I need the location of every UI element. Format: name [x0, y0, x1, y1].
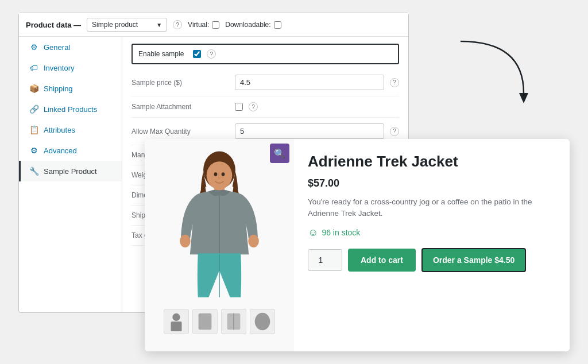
- thumbnail-3[interactable]: [221, 309, 246, 334]
- order-sample-button[interactable]: Order a Sample $4.50: [421, 248, 526, 272]
- allow-max-qty-input[interactable]: [235, 123, 384, 139]
- downloadable-label-text: Downloadable:: [225, 21, 270, 29]
- svg-point-15: [255, 313, 270, 330]
- sidebar-item-shipping-label: Shipping: [44, 84, 73, 93]
- quantity-input[interactable]: [308, 249, 342, 271]
- sample-price-row: Sample price ($) ?: [131, 69, 399, 96]
- sidebar-nav: ⚙ General 🏷 Inventory 📦 Shipping 🔗 Linke…: [19, 37, 122, 312]
- sidebar-item-general-label: General: [44, 43, 70, 52]
- sidebar-item-advanced-label: Advanced: [44, 146, 77, 155]
- allow-max-qty-help-icon[interactable]: ?: [390, 127, 399, 136]
- sidebar-item-attributes-label: Attributes: [44, 126, 75, 134]
- add-to-cart-row: Add to cart Order a Sample $4.50: [308, 248, 556, 272]
- sample-price-input[interactable]: [235, 75, 384, 90]
- stock-count: 96 in stock: [322, 228, 360, 237]
- inventory-icon: 🏷: [29, 63, 39, 72]
- stock-status: ☺ 96 in stock: [308, 227, 556, 239]
- product-description: You're ready for a cross-country jog or …: [308, 196, 556, 220]
- panel-header: Product data — Simple product ▼ ? Virtua…: [19, 13, 408, 37]
- virtual-label-text: Virtual:: [188, 21, 209, 29]
- sample-attachment-help-icon[interactable]: ?: [249, 102, 258, 111]
- allow-max-qty-label: Allow Max Quantity: [131, 127, 229, 135]
- enable-sample-row: Enable sample ?: [131, 44, 399, 64]
- svg-rect-12: [199, 313, 212, 330]
- svg-marker-0: [519, 93, 528, 103]
- sidebar-item-sample-product[interactable]: 🔧 Sample Product: [19, 161, 122, 181]
- svg-point-9: [222, 172, 225, 176]
- chevron-down-icon: ▼: [156, 22, 162, 28]
- stock-icon: ☺: [308, 227, 318, 239]
- enable-sample-label: Enable sample: [138, 50, 184, 58]
- panel-title-text: Product data: [26, 21, 71, 29]
- product-price: $57.00: [308, 177, 556, 189]
- sample-product-icon: 🔧: [29, 166, 39, 176]
- sidebar-item-general[interactable]: ⚙ General: [19, 37, 122, 57]
- sample-price-label: Sample price ($): [131, 79, 229, 87]
- thumbnail-row: [164, 305, 275, 338]
- advanced-icon: ⚙: [29, 146, 39, 155]
- sample-attachment-label: Sample Attachment: [131, 103, 229, 111]
- product-image-section: 🔍: [145, 139, 294, 351]
- sidebar-item-attributes[interactable]: 📋 Attributes: [19, 119, 122, 140]
- product-type-label: Simple product: [92, 21, 138, 29]
- sidebar-item-linked-products-label: Linked Products: [44, 105, 97, 114]
- product-image-svg: [165, 148, 274, 303]
- zoom-button[interactable]: 🔍: [270, 144, 289, 163]
- arrow-decoration: [455, 36, 535, 104]
- add-to-cart-button[interactable]: Add to cart: [348, 249, 416, 272]
- attributes-icon: 📋: [29, 125, 39, 134]
- virtual-checkbox[interactable]: [212, 21, 219, 29]
- product-title: Adrienne Trek Jacket: [308, 153, 556, 171]
- sidebar-item-linked-products[interactable]: 🔗 Linked Products: [19, 99, 122, 119]
- linked-products-icon: 🔗: [29, 104, 39, 114]
- svg-point-8: [214, 172, 218, 176]
- downloadable-checkbox-label[interactable]: Downloadable:: [225, 21, 281, 29]
- enable-sample-help-icon[interactable]: ?: [207, 49, 216, 59]
- sample-attachment-checkbox[interactable]: [235, 103, 243, 111]
- panel-title: Product data —: [26, 21, 81, 29]
- sidebar-item-sample-product-label: Sample Product: [44, 167, 97, 176]
- zoom-icon: 🔍: [274, 148, 285, 159]
- product-main-image: [156, 145, 283, 305]
- shipping-icon: 📦: [29, 84, 39, 93]
- product-preview-card: 🔍: [145, 139, 570, 351]
- thumbnail-1[interactable]: [164, 309, 189, 334]
- help-icon[interactable]: ?: [173, 20, 182, 29]
- sidebar-item-shipping[interactable]: 📦 Shipping: [19, 78, 122, 99]
- enable-sample-checkbox[interactable]: [193, 50, 201, 58]
- thumbnail-4[interactable]: [250, 309, 275, 334]
- sample-attachment-row: Sample Attachment ?: [131, 96, 399, 118]
- panel-dash: —: [74, 21, 81, 29]
- svg-point-2: [207, 161, 233, 189]
- sidebar-item-inventory[interactable]: 🏷 Inventory: [19, 57, 122, 78]
- sidebar-item-inventory-label: Inventory: [44, 64, 74, 72]
- product-type-dropdown[interactable]: Simple product ▼: [87, 18, 167, 32]
- downloadable-checkbox[interactable]: [274, 21, 281, 29]
- svg-point-4: [180, 235, 191, 247]
- sidebar-item-advanced[interactable]: ⚙ Advanced: [19, 140, 122, 161]
- sample-price-help-icon[interactable]: ?: [390, 78, 399, 87]
- thumbnail-2[interactable]: [192, 309, 218, 334]
- virtual-checkbox-label[interactable]: Virtual:: [188, 21, 219, 29]
- general-icon: ⚙: [29, 42, 39, 52]
- svg-point-5: [248, 235, 259, 247]
- product-details-section: Adrienne Trek Jacket $57.00 You're ready…: [294, 139, 570, 351]
- svg-rect-11: [171, 322, 182, 331]
- svg-point-10: [172, 313, 180, 321]
